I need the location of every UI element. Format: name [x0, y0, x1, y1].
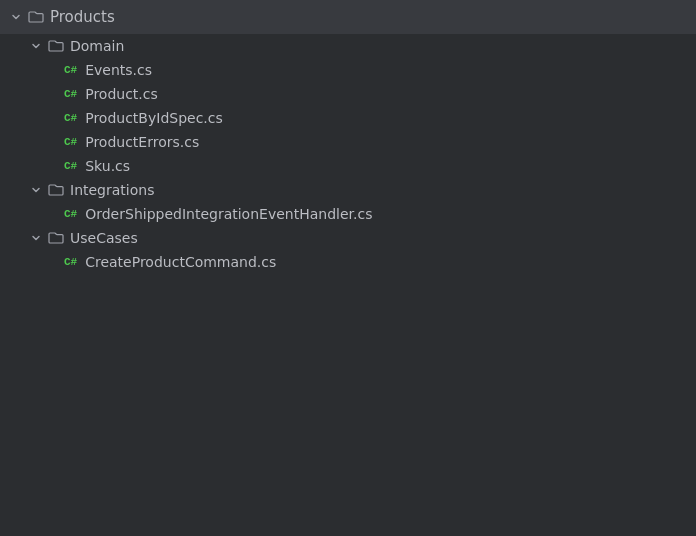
folder-icon — [28, 10, 44, 24]
file-label: Events.cs — [85, 62, 152, 78]
file-label: ProductByIdSpec.cs — [85, 110, 223, 126]
folder-icon — [48, 231, 64, 245]
tree-item-integrations[interactable]: Integrations — [0, 178, 696, 202]
csharp-badge: C# — [64, 208, 77, 220]
folder-icon — [48, 183, 64, 197]
tree-item-product-cs[interactable]: C# Product.cs — [0, 82, 696, 106]
tree-item-sku-cs[interactable]: C# Sku.cs — [0, 154, 696, 178]
file-tree: Products Domain C# Events.cs C# Product.… — [0, 0, 696, 536]
tree-item-usecases[interactable]: UseCases — [0, 226, 696, 250]
csharp-badge: C# — [64, 256, 77, 268]
tree-item-productbyidspec-cs[interactable]: C# ProductByIdSpec.cs — [0, 106, 696, 130]
csharp-badge: C# — [64, 64, 77, 76]
folder-icon — [48, 39, 64, 53]
csharp-badge: C# — [64, 136, 77, 148]
tree-item-ordershipped-cs[interactable]: C# OrderShippedIntegrationEventHandler.c… — [0, 202, 696, 226]
products-label: Products — [50, 8, 115, 26]
file-label: Product.cs — [85, 86, 158, 102]
usecases-label: UseCases — [70, 230, 138, 246]
tree-item-events-cs[interactable]: C# Events.cs — [0, 58, 696, 82]
integrations-label: Integrations — [70, 182, 154, 198]
file-label: CreateProductCommand.cs — [85, 254, 276, 270]
chevron-down-icon — [28, 230, 44, 246]
chevron-down-icon — [8, 9, 24, 25]
tree-item-domain[interactable]: Domain — [0, 34, 696, 58]
tree-item-products[interactable]: Products — [0, 0, 696, 34]
file-label: OrderShippedIntegrationEventHandler.cs — [85, 206, 372, 222]
csharp-badge: C# — [64, 160, 77, 172]
chevron-down-icon — [28, 38, 44, 54]
csharp-badge: C# — [64, 88, 77, 100]
tree-item-createproductcommand-cs[interactable]: C# CreateProductCommand.cs — [0, 250, 696, 274]
file-label: Sku.cs — [85, 158, 130, 174]
domain-label: Domain — [70, 38, 124, 54]
chevron-down-icon — [28, 182, 44, 198]
csharp-badge: C# — [64, 112, 77, 124]
file-label: ProductErrors.cs — [85, 134, 199, 150]
tree-item-producterrors-cs[interactable]: C# ProductErrors.cs — [0, 130, 696, 154]
